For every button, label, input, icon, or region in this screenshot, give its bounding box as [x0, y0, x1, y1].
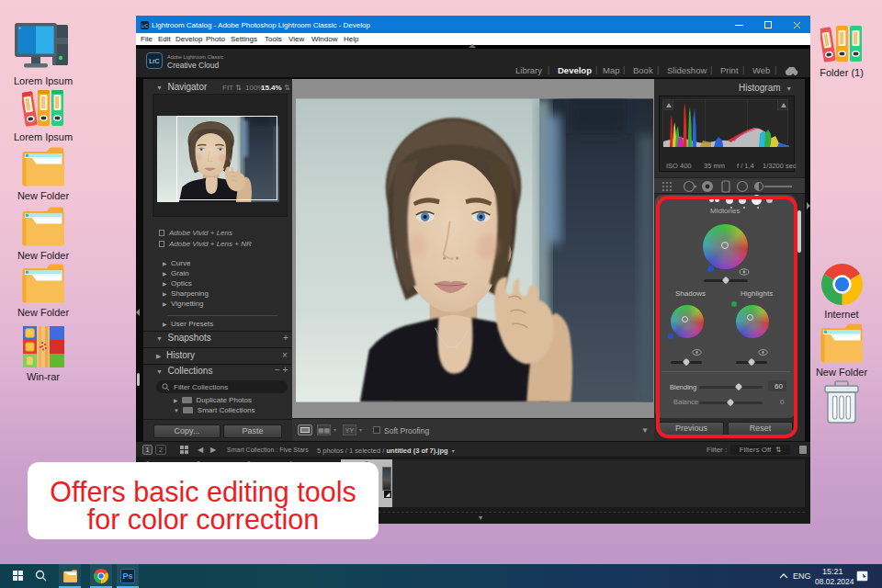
svg-text:LrC: LrC [141, 24, 149, 28]
